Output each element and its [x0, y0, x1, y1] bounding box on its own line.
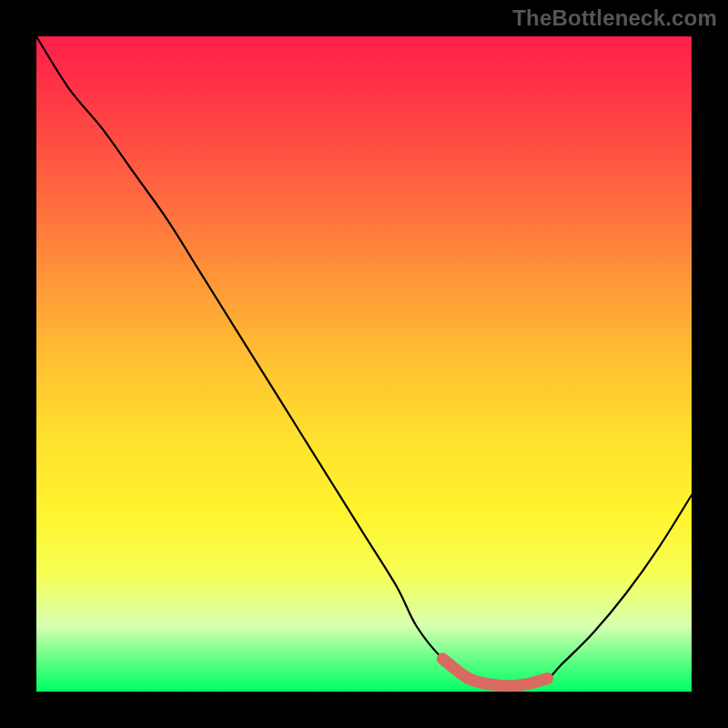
chart-svg [36, 36, 692, 692]
bottleneck-curve [36, 36, 692, 686]
chart-frame: TheBottleneck.com [0, 0, 728, 728]
plot-area [36, 36, 692, 692]
optimal-range-highlight [442, 659, 547, 686]
watermark-text: TheBottleneck.com [512, 5, 717, 31]
